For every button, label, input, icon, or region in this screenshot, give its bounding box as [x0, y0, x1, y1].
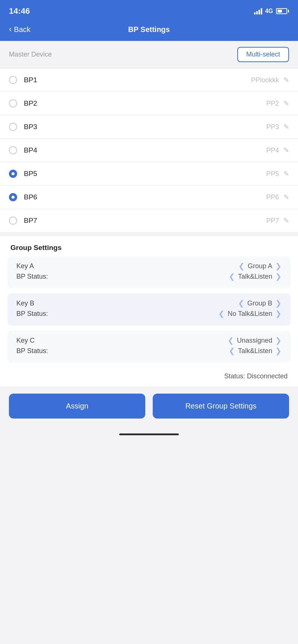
bp-right-4: PP4 ✎: [266, 146, 289, 154]
bp-radio-3[interactable]: [9, 123, 17, 131]
bp-alias-5: PP5: [266, 170, 279, 178]
status-line: Status: Disconnected: [0, 368, 298, 385]
key-c-label: Key C: [16, 337, 61, 345]
key-c-row: Key C ❮ Unassigned ❯: [16, 334, 282, 346]
bp-status-b-next-icon[interactable]: ❯: [275, 309, 282, 318]
bp-item-6[interactable]: BP6 PP6 ✎: [0, 186, 298, 209]
status-bar: 14:46 4G: [0, 0, 298, 21]
group-b-block: Key B ❮ Group B ❯ BP Status: ❮ No Talk&L…: [7, 294, 291, 326]
group-settings-section: Group Settings Key A ❮ Group A ❯ BP Stat…: [0, 236, 298, 386]
edit-icon-6[interactable]: ✎: [283, 193, 289, 201]
bp-status-c-next-icon[interactable]: ❯: [275, 346, 282, 355]
key-c-value: ❮ Unassigned ❯: [228, 336, 282, 345]
bp-status-a-next-icon[interactable]: ❯: [275, 272, 282, 281]
bp-right-7: PP7 ✎: [266, 217, 289, 225]
back-button[interactable]: ‹ Back: [9, 25, 31, 34]
bp-status-c-row: BP Status: ❮ Talk&Listen ❯: [16, 346, 282, 358]
bp-status-a-value: ❮ Talk&Listen ❯: [229, 272, 282, 281]
bp-item-4[interactable]: BP4 PP4 ✎: [0, 139, 298, 162]
bottom-buttons: Assign Reset Group Settings: [0, 386, 298, 430]
bp-status-b-prev-icon[interactable]: ❮: [218, 309, 225, 318]
network-type: 4G: [265, 8, 273, 15]
bp-radio-7[interactable]: [9, 217, 17, 225]
bp-left-5: BP5: [9, 170, 37, 178]
bp-left-6: BP6: [9, 193, 37, 201]
key-a-text: Group A: [248, 262, 272, 270]
bp-alias-3: PP3: [266, 123, 279, 131]
bp-radio-2[interactable]: [9, 99, 17, 108]
assign-button[interactable]: Assign: [9, 394, 145, 419]
battery-icon: [276, 8, 289, 14]
key-a-label: Key A: [16, 262, 61, 270]
page-title: BP Settings: [128, 25, 170, 34]
key-a-next-icon[interactable]: ❯: [275, 262, 282, 270]
bp-status-b-row: BP Status: ❮ No Talk&Listen ❯: [16, 308, 282, 320]
bp-name-7: BP7: [24, 217, 37, 225]
bp-right-1: PPiookkk ✎: [251, 76, 289, 84]
bp-status-a-text: Talk&Listen: [238, 273, 272, 281]
key-a-prev-icon[interactable]: ❮: [238, 262, 245, 270]
bp-item-1[interactable]: BP1 PPiookkk ✎: [0, 68, 298, 92]
bp-name-5: BP5: [24, 170, 37, 178]
bp-status-a-prev-icon[interactable]: ❮: [229, 272, 235, 281]
bp-name-1: BP1: [24, 76, 37, 84]
key-b-prev-icon[interactable]: ❮: [238, 299, 244, 308]
key-b-next-icon[interactable]: ❯: [275, 299, 282, 308]
key-c-text: Unassigned: [237, 337, 272, 345]
bp-right-2: PP2 ✎: [266, 99, 289, 108]
bp-radio-4[interactable]: [9, 146, 17, 154]
back-arrow-icon: ‹: [9, 25, 12, 34]
home-bar: [119, 433, 179, 435]
group-a-block: Key A ❮ Group A ❯ BP Status: ❮ Talk&List…: [7, 256, 291, 288]
bp-alias-7: PP7: [266, 217, 279, 225]
bp-radio-5[interactable]: [9, 170, 17, 178]
bp-alias-2: PP2: [266, 100, 279, 108]
key-c-prev-icon[interactable]: ❮: [228, 336, 234, 345]
bp-right-6: PP6 ✎: [266, 193, 289, 201]
key-b-label: Key B: [16, 299, 61, 307]
bp-alias-1: PPiookkk: [251, 76, 279, 84]
bp-alias-6: PP6: [266, 193, 279, 201]
bp-status-b-value: ❮ No Talk&Listen ❯: [218, 309, 282, 318]
key-b-text: Group B: [247, 299, 272, 307]
bp-status-c-text: Talk&Listen: [238, 347, 272, 355]
edit-icon-5[interactable]: ✎: [283, 170, 289, 178]
bp-item-3[interactable]: BP3 PP3 ✎: [0, 115, 298, 139]
bp-radio-6[interactable]: [9, 193, 17, 201]
edit-icon-7[interactable]: ✎: [283, 217, 289, 225]
home-indicator: [0, 430, 298, 443]
edit-icon-2[interactable]: ✎: [283, 99, 289, 108]
bp-status-b-label: BP Status:: [16, 310, 61, 318]
bp-item-5[interactable]: BP5 PP5 ✎: [0, 162, 298, 186]
bp-item-7[interactable]: BP7 PP7 ✎: [0, 209, 298, 233]
bp-right-5: PP5 ✎: [266, 170, 289, 178]
edit-icon-4[interactable]: ✎: [283, 146, 289, 154]
bp-left-2: BP2: [9, 99, 37, 108]
bp-left-3: BP3: [9, 123, 37, 131]
multi-select-button[interactable]: Multi-select: [237, 47, 289, 62]
signal-icon: [254, 8, 262, 15]
edit-icon-1[interactable]: ✎: [283, 76, 289, 84]
bp-alias-4: PP4: [266, 147, 279, 154]
bp-item-2[interactable]: BP2 PP2 ✎: [0, 92, 298, 115]
bp-radio-1[interactable]: [9, 76, 17, 84]
status-right: 4G: [254, 8, 289, 15]
group-settings-title: Group Settings: [0, 236, 298, 256]
status-time: 14:46: [9, 6, 30, 16]
edit-icon-3[interactable]: ✎: [283, 123, 289, 131]
nav-bar: ‹ Back BP Settings: [0, 21, 298, 41]
key-b-value: ❮ Group B ❯: [238, 299, 282, 308]
back-label: Back: [14, 25, 30, 34]
bp-status-a-label: BP Status:: [16, 273, 61, 281]
key-c-next-icon[interactable]: ❯: [275, 336, 282, 345]
master-device-row: Master Device Multi-select: [0, 41, 298, 68]
bp-name-3: BP3: [24, 123, 37, 131]
reset-group-settings-button[interactable]: Reset Group Settings: [153, 394, 289, 419]
bp-right-3: PP3 ✎: [266, 123, 289, 131]
bp-list: BP1 PPiookkk ✎ BP2 PP2 ✎ BP3 PP3 ✎ BP4: [0, 68, 298, 233]
key-b-row: Key B ❮ Group B ❯: [16, 297, 282, 308]
key-a-row: Key A ❮ Group A ❯: [16, 260, 282, 271]
key-a-value: ❮ Group A ❯: [238, 262, 282, 270]
bp-left-1: BP1: [9, 76, 37, 84]
bp-status-c-prev-icon[interactable]: ❮: [229, 346, 235, 355]
